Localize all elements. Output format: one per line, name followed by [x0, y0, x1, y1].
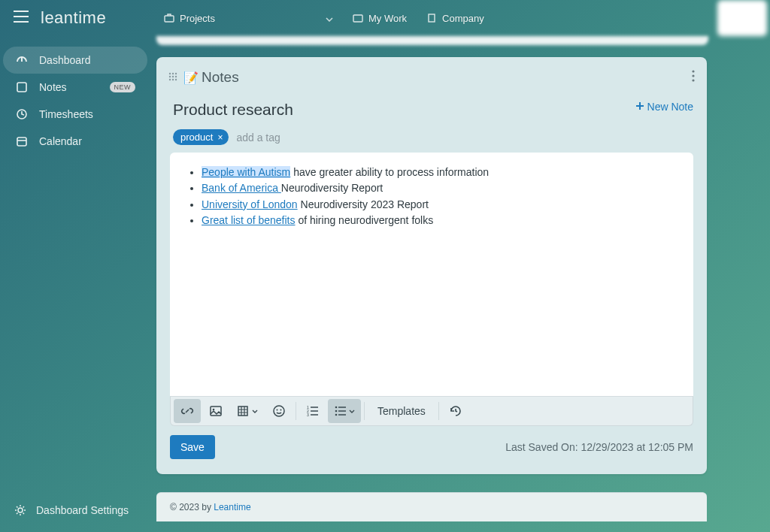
- hamburger-icon[interactable]: [14, 11, 29, 26]
- notes-emoji-icon: 📝: [183, 71, 199, 85]
- svg-point-20: [213, 409, 215, 411]
- note-link[interactable]: Great list of benefits: [202, 214, 296, 226]
- more-menu-icon[interactable]: [692, 70, 695, 86]
- svg-point-24: [280, 410, 282, 411]
- svg-point-30: [335, 414, 338, 416]
- svg-point-9: [175, 73, 177, 74]
- editor-body[interactable]: People with Autism have greater ability …: [170, 153, 693, 396]
- svg-rect-0: [17, 83, 26, 92]
- svg-point-11: [172, 76, 174, 77]
- note-text: Neurodiversity Report: [281, 182, 383, 194]
- sidebar-item-label: Dashboard: [39, 54, 91, 66]
- unordered-list-button[interactable]: [328, 399, 361, 423]
- image-button[interactable]: [202, 399, 229, 423]
- svg-point-10: [169, 76, 171, 77]
- list-item: People with Autism have greater ability …: [202, 165, 680, 180]
- main: 📝 Notes Product research New Note produc…: [156, 36, 708, 532]
- sidebar-nav: Dashboard Notes NEW Timesheets Calendar: [0, 36, 150, 155]
- sidebar-item-label: Timesheets: [39, 108, 93, 120]
- ordered-list-button[interactable]: 123: [299, 399, 326, 423]
- card-footer: Save Last Saved On: 12/29/2023 at 12:05 …: [156, 426, 707, 459]
- note-head-row: Product research New Note: [173, 101, 693, 119]
- notes-header: 📝 Notes: [156, 68, 707, 93]
- sidebar-item-timesheets[interactable]: Timesheets: [3, 101, 147, 128]
- last-saved-text: Last Saved On: 12/29/2023 at 12:05 PM: [505, 441, 693, 453]
- svg-point-23: [277, 410, 278, 411]
- history-button[interactable]: [442, 399, 469, 423]
- svg-rect-6: [429, 14, 435, 22]
- tag-remove-icon[interactable]: ×: [217, 132, 223, 143]
- calendar-icon: [15, 135, 29, 148]
- svg-rect-19: [211, 407, 221, 416]
- svg-point-12: [175, 76, 177, 77]
- link-button[interactable]: [174, 399, 201, 423]
- top-mywork[interactable]: My Work: [353, 13, 407, 24]
- chevron-down-icon: [349, 410, 355, 413]
- svg-rect-5: [353, 15, 362, 22]
- svg-rect-21: [238, 407, 247, 416]
- toolbar-separator: [364, 402, 365, 420]
- note-icon: [15, 80, 29, 94]
- list-item: Great list of benefits of hiring neurodi…: [202, 213, 680, 228]
- notes-widget-title: Notes: [202, 69, 239, 86]
- toolbar-separator: [296, 402, 296, 420]
- sidebar-top: leantime: [0, 0, 150, 36]
- emoji-button[interactable]: [265, 399, 293, 423]
- note-text: have greater ability to process informat…: [290, 166, 489, 178]
- save-button[interactable]: Save: [170, 435, 215, 459]
- drag-handle-icon[interactable]: [168, 71, 177, 84]
- svg-point-18: [692, 79, 694, 81]
- chevron-down-icon: [252, 410, 258, 413]
- note-title[interactable]: Product research: [173, 101, 293, 119]
- gauge-icon: [15, 53, 29, 67]
- sidebar: leantime Dashboard Notes NEW Timesheets: [0, 0, 150, 532]
- footer-link[interactable]: Leantime: [214, 502, 250, 512]
- sidebar-item-dashboard[interactable]: Dashboard: [3, 47, 147, 74]
- page-footer: © 2023 by Leantime: [156, 492, 707, 521]
- note-section: Product research New Note product × add …: [156, 93, 707, 145]
- sidebar-item-label: Notes: [39, 81, 67, 93]
- sidebar-settings[interactable]: Dashboard Settings: [0, 499, 150, 521]
- sidebar-item-label: Calendar: [39, 135, 82, 147]
- templates-button[interactable]: Templates: [367, 405, 436, 417]
- new-note-button[interactable]: New Note: [635, 101, 693, 113]
- topbar: Projects My Work Company: [150, 0, 770, 36]
- svg-point-28: [335, 407, 338, 409]
- note-link[interactable]: People with Autism: [202, 166, 290, 178]
- svg-point-29: [335, 410, 338, 413]
- note-link[interactable]: University of London: [202, 198, 298, 210]
- sidebar-item-notes[interactable]: Notes NEW: [3, 74, 147, 101]
- svg-point-7: [169, 73, 171, 74]
- add-tag-input[interactable]: add a tag: [236, 131, 280, 144]
- app-logo: leantime: [41, 8, 106, 28]
- top-company-label: Company: [442, 13, 484, 24]
- tag-product[interactable]: product ×: [173, 129, 229, 145]
- svg-point-17: [692, 74, 694, 77]
- table-button[interactable]: [231, 399, 264, 423]
- mywork-icon: [353, 13, 363, 23]
- clock-icon: [15, 107, 29, 121]
- note-text: Neurodiversity 2023 Report: [298, 198, 429, 210]
- sidebar-item-calendar[interactable]: Calendar: [3, 128, 147, 155]
- note-link[interactable]: Bank of America: [202, 182, 281, 194]
- top-company[interactable]: Company: [426, 13, 484, 24]
- new-note-label: New Note: [647, 101, 693, 113]
- tags-row: product × add a tag: [173, 129, 693, 145]
- svg-point-3: [18, 508, 23, 512]
- svg-rect-2: [17, 138, 26, 146]
- svg-point-15: [175, 79, 177, 80]
- svg-text:3: 3: [307, 413, 309, 417]
- notes-card: 📝 Notes Product research New Note produc…: [156, 57, 707, 474]
- briefcase-icon: [164, 13, 174, 23]
- list-item: Bank of America Neurodiversity Report: [202, 180, 680, 195]
- blurred-side-card: [717, 0, 767, 36]
- new-badge: NEW: [110, 82, 136, 92]
- top-projects[interactable]: Projects: [164, 13, 333, 24]
- plus-icon: [635, 101, 644, 113]
- svg-point-22: [274, 406, 284, 416]
- footer-text: © 2023 by: [170, 502, 214, 512]
- chevron-down-icon: [326, 13, 333, 24]
- svg-point-16: [692, 70, 694, 72]
- sidebar-settings-label: Dashboard Settings: [36, 504, 129, 516]
- building-icon: [426, 13, 437, 23]
